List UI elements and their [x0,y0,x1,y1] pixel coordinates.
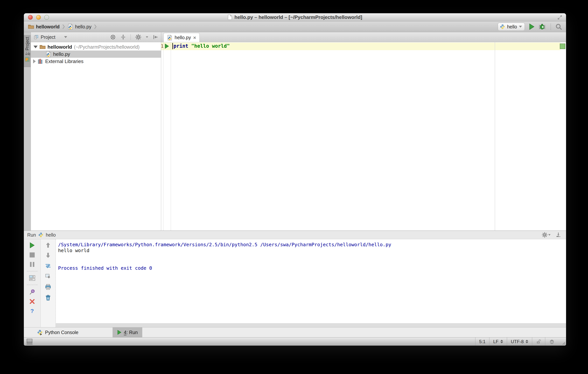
zoom-window-button[interactable] [44,15,49,20]
soft-wrap-icon[interactable] [45,263,51,269]
breadcrumb-file[interactable]: hello.py [75,24,91,30]
close-console-button[interactable] [29,299,35,304]
help-icon[interactable]: ? [31,308,34,314]
gutter-divider [163,42,163,231]
run-tool-window-button[interactable]: 4: Run [113,327,142,337]
inspections-widget[interactable] [545,337,558,346]
run-toolbar-primary: ? [24,239,41,327]
window-title: hello.py – helloworld – [~/PycharmProjec… [234,14,362,20]
caret-position-widget[interactable]: 5:1 [475,337,489,346]
title-bar[interactable]: hello.py – helloworld – [~/PycharmProjec… [24,13,566,21]
project-tool-window: Project [31,32,161,231]
collapse-node-icon[interactable] [33,46,38,48]
python-console-label: Python Console [45,330,79,335]
run-gutter-icon[interactable] [165,43,169,49]
pause-output-button[interactable] [30,262,35,267]
run-panel-body: ? [24,239,566,327]
run-console-output[interactable]: /System/Library/Frameworks/Python.framew… [56,239,566,327]
run-panel-header-toolbar [542,232,563,238]
project-panel-header: Project [31,32,161,42]
folder-icon [28,24,34,29]
python-logo-icon [38,232,43,237]
run-panel-header: Run hello [24,231,566,239]
chevron-down-icon [146,36,148,38]
spinner-icon [500,340,503,343]
up-stack-trace-icon[interactable] [46,242,51,248]
right-margin-guide [495,42,495,231]
clear-all-icon[interactable] [45,295,51,300]
text-caret [172,43,173,49]
desktop-background: hello.py – helloworld – [~/PycharmProjec… [0,0,588,374]
toggle-tool-buttons-icon[interactable] [26,339,32,344]
settings-gear-icon[interactable] [542,232,547,238]
hide-panel-down-icon[interactable] [556,232,561,238]
restore-layout-button[interactable] [29,275,35,281]
resize-grip[interactable] [558,337,566,346]
project-view-icon [33,34,39,40]
tree-row-external-libraries[interactable]: External Libraries [31,58,161,65]
search-icon[interactable] [556,23,562,30]
line-ending-widget[interactable]: LF [489,337,507,346]
close-window-button[interactable] [28,15,33,20]
traffic-lights [28,13,49,21]
tab-label: hello.py [175,35,191,40]
rerun-button[interactable] [29,242,35,248]
close-tab-icon[interactable]: × [193,35,196,40]
editor-tab-bar: hello.py × [161,32,566,42]
project-panel-toolbar [110,34,158,40]
unlock-icon [536,339,541,344]
console-line: hello world [58,248,566,254]
run-configuration-name: hello [507,24,517,30]
stop-button[interactable] [29,252,35,258]
tree-row-hello-py[interactable]: hello.py [31,51,161,58]
stripe-button-project[interactable]: 1: Project [24,35,31,67]
editor-area: hello.py × 1 print "hello world" [161,32,566,231]
breadcrumb-project[interactable]: helloworld [36,24,60,30]
chevron-down-icon[interactable] [64,36,67,38]
horizontal-scrollbar[interactable] [56,323,566,327]
breadcrumb: helloworld hello.py [28,24,97,30]
code-editor[interactable]: 1 print "hello world" [161,42,566,231]
chevron-separator-icon [94,24,97,30]
pin-tab-button[interactable] [29,289,35,295]
collapse-all-icon[interactable] [120,34,126,40]
project-panel-title[interactable]: Project [41,34,55,40]
run-button[interactable] [529,23,535,30]
tab-hello-py[interactable]: hello.py × [163,33,200,42]
run-tool-window: Run hello [24,231,566,327]
down-stack-trace-icon[interactable] [46,253,51,258]
status-bar: 5:1 LF UTF-8 [24,337,566,346]
tree-node-label: External Libraries [45,58,84,64]
expand-node-icon[interactable] [33,59,36,64]
minimize-window-button[interactable] [36,15,41,20]
python-console-button[interactable]: Python Console [32,327,83,337]
document-icon [228,15,232,20]
run-configuration-select[interactable]: hello [498,23,525,31]
settings-gear-icon[interactable] [135,34,141,40]
console-line: /System/Library/Frameworks/Python.framew… [58,242,566,248]
hector-inspector-icon [549,339,555,344]
window-expand-icon[interactable] [557,15,563,20]
python-file-icon [46,51,51,57]
run-tab-play-icon [117,330,122,335]
hide-panel-icon[interactable] [153,34,158,40]
python-file-icon [68,24,73,30]
python-file-icon [167,35,172,41]
gutter-divider [171,42,171,231]
chevron-separator-icon [62,24,65,30]
toolbar-separator [551,23,551,30]
python-logo-icon [500,24,505,29]
toolbar-separator [27,271,37,271]
inspection-status-indicator[interactable] [560,43,565,49]
locate-icon[interactable] [110,34,116,40]
chevron-down-icon [519,26,522,28]
chevron-down-icon [548,234,551,236]
scroll-to-end-icon[interactable] [45,273,51,279]
print-icon[interactable] [45,284,51,290]
run-panel-title: Run [27,232,36,238]
lock-widget[interactable] [532,337,545,346]
folder-icon [40,44,46,49]
tree-row-project-root[interactable]: helloworld (~/PycharmProjects/helloworld… [31,43,161,51]
encoding-widget[interactable]: UTF-8 [507,337,532,346]
debug-button[interactable] [539,23,546,30]
